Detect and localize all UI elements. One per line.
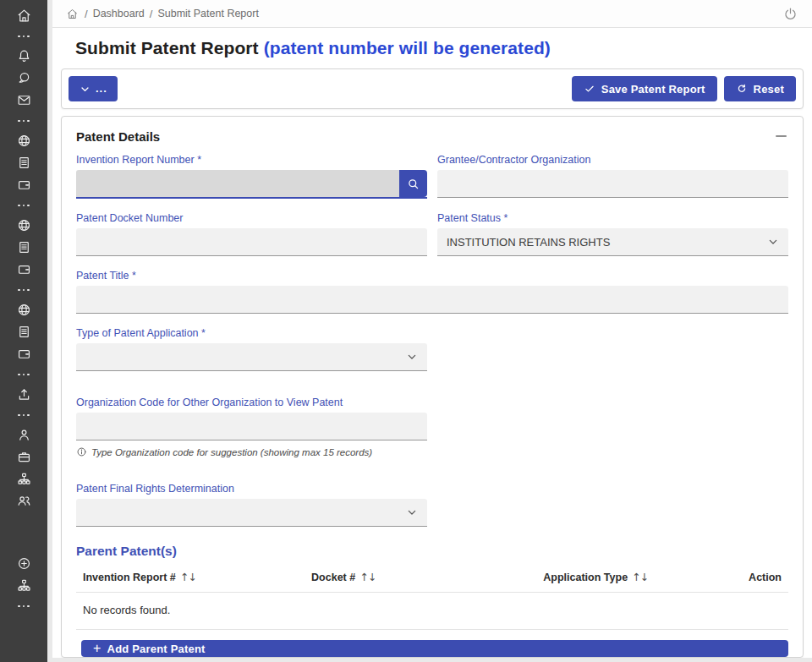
sort-icon: ↑↓ — [359, 571, 376, 583]
column-header-docket[interactable]: Docket #↑↓ — [311, 571, 543, 583]
invention-report-number-input[interactable] — [76, 170, 399, 197]
wallet-icon — [16, 346, 32, 362]
add-parent-patent-button[interactable]: + Add Parent Patent — [81, 640, 788, 657]
sidebar-item-upload[interactable] — [0, 383, 47, 405]
sidebar-item-wallet[interactable] — [0, 258, 47, 280]
patent-status-label: Patent Status * — [437, 212, 788, 224]
reset-button[interactable]: Reset — [724, 76, 796, 101]
sidebar-item-document[interactable] — [0, 236, 47, 258]
breadcrumb-separator: / — [150, 8, 153, 20]
chat-icon — [16, 70, 32, 86]
info-icon — [76, 446, 87, 457]
column-header-invention-report[interactable]: Invention Report #↑↓ — [83, 571, 311, 583]
docket-number-input[interactable] — [76, 228, 427, 256]
envelope-icon — [16, 92, 32, 108]
person-icon — [16, 427, 32, 443]
chevron-down-icon — [79, 83, 91, 96]
application-type-select[interactable] — [76, 343, 427, 371]
patent-status-select[interactable]: INSTITUTION RETAINS RIGHTS — [437, 228, 788, 256]
page-title-main: Submit Patent Report — [75, 38, 259, 57]
field-application-type: Type of Patent Application * — [76, 327, 427, 371]
sitemap-icon — [16, 577, 32, 594]
upload-icon — [16, 386, 32, 402]
save-patent-report-button[interactable]: Save Patent Report — [572, 76, 717, 101]
field-patent-title: Patent Title * — [76, 270, 788, 314]
sidebar-item-home[interactable] — [0, 4, 47, 26]
sidebar-more-icon[interactable] — [18, 31, 30, 41]
sidebar-item-document[interactable] — [0, 151, 47, 173]
minus-icon — [776, 135, 787, 138]
sort-icon: ↑↓ — [632, 571, 648, 583]
sidebar-item-globe[interactable] — [0, 129, 47, 151]
org-code-input[interactable] — [76, 413, 427, 440]
chevron-down-icon — [405, 506, 419, 519]
logout-power-icon[interactable] — [782, 6, 798, 22]
sidebar — [0, 0, 47, 662]
breadcrumb-home-icon[interactable] — [66, 8, 79, 20]
sidebar-more-icon[interactable] — [18, 116, 30, 126]
patent-details-card: Patent Details Invention Report Number * — [61, 116, 804, 658]
topbar: / Dashboard / Submit Patent Report — [52, 0, 812, 28]
sidebar-more-icon[interactable] — [18, 200, 30, 211]
sidebar-more-icon[interactable] — [18, 601, 30, 611]
more-actions-button[interactable]: ... — [69, 76, 118, 101]
sidebar-item-person[interactable] — [0, 424, 47, 446]
column-header-application-type[interactable]: Application Type↑↓ — [543, 571, 732, 583]
sidebar-item-envelope[interactable] — [0, 89, 47, 111]
org-code-label: Organization Code for Other Organization… — [76, 397, 427, 408]
breadcrumb-separator: / — [85, 8, 88, 20]
org-code-hint-text: Type Organization code for suggestion (s… — [91, 447, 372, 457]
field-final-rights: Patent Final Rights Determination — [76, 483, 427, 527]
field-grantee-org: Grantee/Contractor Organization — [437, 154, 788, 199]
people-icon — [16, 493, 32, 509]
sidebar-item-briefcase[interactable] — [0, 446, 47, 468]
sidebar-item-chat[interactable] — [0, 67, 47, 89]
add-parent-patent-label: Add Parent Patent — [107, 643, 206, 655]
collapse-section-button[interactable] — [773, 129, 788, 144]
sidebar-item-wallet[interactable] — [0, 342, 47, 364]
patent-title-label: Patent Title * — [76, 270, 788, 282]
document-icon — [16, 239, 32, 255]
sidebar-item-plus-circle[interactable] — [0, 552, 47, 574]
patent-title-input[interactable] — [76, 286, 788, 314]
sidebar-more-icon[interactable] — [18, 410, 30, 420]
field-docket-number: Patent Docket Number — [76, 212, 427, 256]
sidebar-more-icon[interactable] — [18, 369, 30, 380]
grantee-org-label: Grantee/Contractor Organization — [437, 154, 788, 166]
sidebar-item-globe[interactable] — [0, 214, 47, 236]
briefcase-icon — [16, 449, 32, 465]
parent-patents-table-header: Invention Report #↑↓ Docket #↑↓ Applicat… — [76, 567, 788, 593]
wallet-icon — [16, 177, 32, 193]
sidebar-item-people[interactable] — [0, 490, 47, 512]
reset-button-label: Reset — [754, 83, 784, 96]
breadcrumb-item-dashboard[interactable]: Dashboard — [93, 8, 145, 19]
document-icon — [16, 324, 32, 340]
chevron-down-icon — [405, 350, 419, 364]
document-icon — [16, 155, 32, 171]
sidebar-item-document[interactable] — [0, 320, 47, 342]
final-rights-label: Patent Final Rights Determination — [76, 483, 427, 495]
grantee-org-input[interactable] — [437, 170, 788, 198]
parent-patents-title: Parent Patent(s) — [76, 544, 788, 559]
invention-report-search-button[interactable] — [399, 170, 427, 197]
docket-number-label: Patent Docket Number — [76, 212, 427, 224]
wallet-icon — [16, 261, 32, 277]
save-button-label: Save Patent Report — [601, 83, 705, 96]
bell-icon — [16, 48, 32, 64]
chevron-down-icon — [766, 235, 780, 249]
home-icon — [16, 8, 32, 24]
globe-icon — [16, 133, 32, 149]
field-invention-report-number: Invention Report Number * — [76, 154, 427, 199]
plus-circle-icon — [16, 555, 32, 572]
sidebar-item-bell[interactable] — [0, 45, 47, 67]
field-org-code: Organization Code for Other Organization… — [76, 397, 427, 457]
sidebar-item-wallet[interactable] — [0, 173, 47, 195]
main-area: / Dashboard / Submit Patent Report Submi… — [47, 0, 812, 662]
sidebar-item-globe[interactable] — [0, 298, 47, 320]
final-rights-select[interactable] — [76, 499, 427, 527]
check-icon — [584, 83, 595, 95]
application-type-label: Type of Patent Application * — [76, 327, 427, 339]
sidebar-item-sitemap[interactable] — [0, 574, 47, 596]
sidebar-item-sitemap[interactable] — [0, 468, 47, 490]
sidebar-more-icon[interactable] — [18, 285, 30, 295]
